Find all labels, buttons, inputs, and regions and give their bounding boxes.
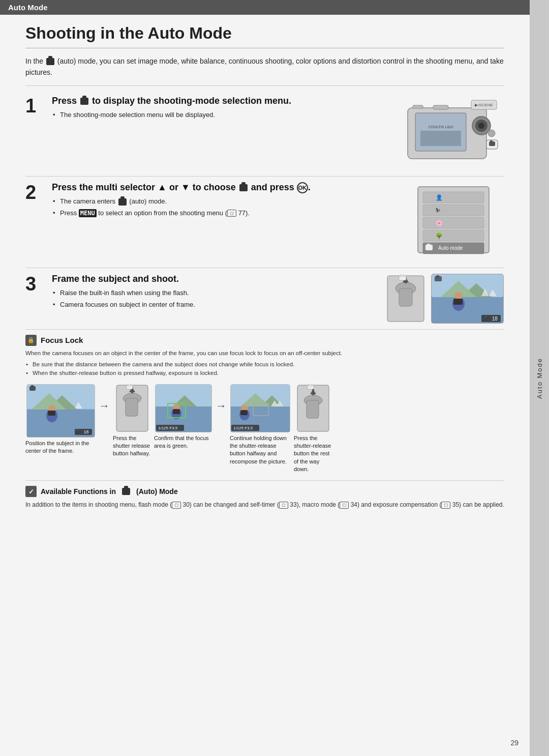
svg-rect-7 — [433, 105, 448, 109]
ref-34: □ — [340, 502, 349, 509]
section-label: Auto Mode — [8, 3, 47, 12]
focus-lock-section: 🔒 Focus Lock When the camera focuses on … — [25, 335, 504, 474]
available-functions-section: ✓ Available Functions in (Auto) Mode In … — [25, 480, 504, 510]
step-1-bullet-1: The shooting-mode selection menu will be… — [52, 110, 384, 120]
svg-rect-17 — [423, 192, 484, 203]
svg-rect-65 — [126, 398, 138, 416]
step-3-bullet-1: Raise the built-in flash when using the … — [52, 288, 377, 298]
svg-rect-97 — [312, 389, 314, 395]
focus-caption-2: Press the shutter release button halfway… — [113, 434, 151, 458]
step-2-number: 2 — [25, 183, 52, 202]
focus-col-2: Press the shutter release button halfway… — [113, 384, 151, 458]
camera-icon-avail — [122, 488, 130, 495]
svg-rect-76 — [173, 409, 180, 414]
page-title: Shooting in the Auto Mode — [25, 15, 504, 48]
camera-svg-1: COOLPIX L810 ▶/SCENE — [392, 95, 504, 169]
svg-rect-15 — [490, 140, 493, 142]
step-2-bullets: The camera enters (auto) mode. Press MEN… — [52, 196, 407, 218]
ref-77: □ — [227, 210, 236, 217]
focus-col-5: Press the shutter-release button the res… — [294, 384, 332, 474]
ref-33: □ — [279, 502, 288, 509]
focus-img-3: 1/125 F3.5 — [155, 384, 212, 432]
camera-icon-step2b — [118, 198, 127, 206]
main-content: Auto Mode Shooting in the Auto Mode In t… — [0, 0, 530, 756]
step-3-bullet-2: Camera focuses on subject in center of f… — [52, 300, 377, 310]
focus-lock-icon: 🔒 — [25, 335, 37, 346]
svg-rect-3 — [420, 131, 461, 146]
step-1-image: COOLPIX L810 ▶/SCENE — [392, 95, 504, 171]
focus-caption-3: Confirm that the focus area is green. — [154, 434, 212, 450]
step-3: 3 Frame the subject and shoot. Raise the… — [25, 273, 504, 330]
step-2-content: Press the multi selector ▲ or ▼ to choos… — [52, 182, 407, 219]
svg-rect-59 — [29, 386, 36, 391]
svg-text:1/125  F3.5: 1/125 F3.5 — [158, 426, 178, 430]
svg-rect-60 — [31, 385, 34, 387]
svg-rect-43 — [453, 299, 463, 305]
svg-text:🌸: 🌸 — [436, 219, 443, 226]
focus-images-row: ⬛ 18 Position the subject in the center … — [25, 384, 504, 474]
focus-img-1: ⬛ 18 — [26, 384, 95, 438]
intro-text: In the (auto) mode, you can set image mo… — [25, 55, 504, 86]
svg-text:⬛ 18: ⬛ 18 — [484, 315, 498, 322]
focus-caption-5: Press the shutter-release button the res… — [294, 434, 332, 474]
svg-rect-99 — [309, 384, 312, 386]
svg-rect-19 — [423, 205, 484, 216]
svg-rect-95 — [307, 400, 319, 418]
side-tab-label: Auto Mode — [536, 358, 543, 399]
shutter-svg — [385, 273, 426, 324]
svg-rect-69 — [128, 384, 131, 386]
svg-rect-23 — [423, 230, 484, 241]
step-2-bullet-1: The camera enters (auto) mode. — [52, 196, 407, 207]
svg-text:COOLPIX L810: COOLPIX L810 — [429, 125, 453, 129]
page: Auto Mode Shooting in the Auto Mode In t… — [0, 0, 549, 756]
step-3-bullets: Raise the built-in flash when using the … — [52, 288, 377, 309]
svg-rect-47 — [436, 275, 439, 277]
svg-text:⬛ 18: ⬛ 18 — [77, 429, 89, 435]
svg-rect-35 — [401, 275, 404, 277]
page-number: 29 — [510, 739, 518, 747]
step-1-title: Press to display the shooting-mode selec… — [52, 95, 384, 107]
svg-text:🌳: 🌳 — [436, 232, 443, 239]
camera-icon-step1 — [80, 98, 88, 105]
svg-rect-87 — [240, 410, 248, 415]
section-header: Auto Mode — [0, 0, 530, 15]
svg-rect-21 — [423, 217, 484, 228]
step-2-image: 👤 ⛷ 🌸 🌳 Auto mode — [415, 182, 504, 263]
focus-img-5 — [296, 384, 330, 432]
menu-text-step2: MENU — [79, 209, 97, 217]
step-1-content: Press to display the shooting-mode selec… — [52, 95, 384, 122]
arrow-2: → — [216, 384, 227, 413]
step-3-content: Frame the subject and shoot. Raise the b… — [52, 273, 377, 311]
focus-lock-bullet-2: When the shutter-release button is press… — [25, 369, 504, 377]
ref-30: □ — [172, 502, 181, 509]
focus-img-4: 1/125 F3.5 — [230, 384, 290, 432]
ok-icon-step2: OK — [297, 182, 308, 193]
svg-text:👤: 👤 — [436, 194, 443, 201]
camera-icon-step2 — [239, 184, 248, 191]
focus-img-2 — [115, 384, 149, 432]
camera-icon — [46, 58, 54, 65]
svg-text:⛷: ⛷ — [436, 207, 441, 213]
step-1-number: 1 — [25, 96, 52, 115]
viewfinder-svg: ⬛ 18 — [431, 273, 504, 324]
step-3-images: ⬛ 18 — [385, 273, 504, 324]
svg-text:▶/SCENE: ▶/SCENE — [475, 103, 493, 107]
svg-text:Auto mode: Auto mode — [438, 245, 463, 251]
mode-menu-svg: 👤 ⛷ 🌸 🌳 Auto mode — [415, 182, 504, 260]
step-3-title: Frame the subject and shoot. — [52, 273, 377, 285]
focus-lock-bullets: Be sure that the distance between the ca… — [25, 360, 504, 378]
step-2: 2 Press the multi selector ▲ or ▼ to cho… — [25, 182, 504, 268]
focus-caption-1: Position the subject in the center of th… — [25, 440, 96, 455]
focus-lock-title: 🔒 Focus Lock — [25, 335, 504, 346]
step-2-bullet-2: Press MENU to select an option from the … — [52, 208, 407, 218]
svg-point-11 — [488, 130, 495, 137]
step-1: 1 Press to display the shooting-mode sel… — [25, 95, 504, 177]
svg-rect-27 — [427, 244, 430, 246]
arrow-1: → — [99, 384, 110, 413]
side-tab: Auto Mode — [530, 0, 549, 756]
focus-caption-4: Continue holding down the shutter-releas… — [230, 434, 291, 466]
focus-col-3: 1/125 F3.5 Confirm that the focus area i… — [154, 384, 212, 450]
available-functions-title: ✓ Available Functions in (Auto) Mode — [25, 486, 504, 497]
step-3-number: 3 — [25, 274, 52, 294]
svg-text:1/125  F3.5: 1/125 F3.5 — [233, 426, 253, 430]
